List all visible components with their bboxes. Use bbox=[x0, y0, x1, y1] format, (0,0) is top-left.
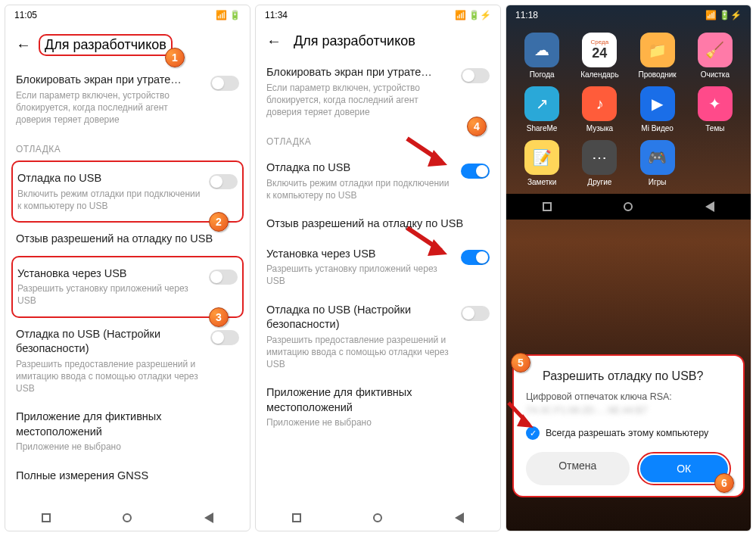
setting-desc: Приложение не выбрано bbox=[266, 416, 490, 428]
callout-badge-4: 4 bbox=[467, 117, 487, 136]
setting-usb-debug[interactable]: Отладка по USB Включить режим отладки пр… bbox=[17, 164, 238, 220]
clock: 11:18 bbox=[515, 10, 538, 20]
status-icons: 📶 🔋⚡ bbox=[705, 10, 742, 20]
settings-list[interactable]: Блокировать экран при утрате… Если парам… bbox=[5, 65, 250, 505]
back-icon[interactable]: ← bbox=[16, 36, 31, 54]
nav-recents-icon[interactable] bbox=[42, 513, 51, 522]
app-Погода[interactable]: ☁Погода bbox=[517, 33, 567, 79]
home-app-grid[interactable]: ☁ПогодаСреда24Календарь📁Проводник🧹Очистк… bbox=[506, 25, 751, 194]
setting-title: Полные измерения GNSS bbox=[16, 469, 239, 484]
ok-highlight: ОК 6 bbox=[637, 452, 732, 485]
status-icons: 📶 🔋⚡ bbox=[455, 10, 491, 20]
always-allow-label: Всегда разрешать этому компьютеру bbox=[546, 428, 708, 438]
setting-desc: Приложение не выбрано bbox=[16, 441, 239, 453]
phone-screen-2: 11:34 📶 🔋⚡ ← Для разработчиков Блокирова… bbox=[255, 5, 501, 531]
nav-home-icon[interactable] bbox=[624, 202, 633, 211]
setting-title: Отладка по USB (Настройки безопасности) bbox=[266, 303, 455, 332]
settings-list[interactable]: Блокировать экран при утрате… Если парам… bbox=[256, 58, 500, 505]
toggle-usb-install[interactable] bbox=[209, 270, 238, 285]
app-Заметки[interactable]: 📝Заметки bbox=[517, 140, 567, 186]
setting-usb-security[interactable]: Отладка по USB (Настройки безопасности) … bbox=[266, 295, 490, 379]
toggle-usb-debug[interactable] bbox=[461, 164, 490, 179]
nav-bar bbox=[5, 505, 250, 531]
app-Очистка[interactable]: 🧹Очистка bbox=[690, 33, 740, 79]
page-title: Для разработчиков bbox=[45, 37, 166, 52]
app-Игры[interactable]: 🎮Игры bbox=[633, 140, 683, 186]
phone-screen-1: 11:05 📶 🔋 ← Для разработчиков 1 Блокиров… bbox=[5, 5, 250, 531]
nav-recents-icon[interactable] bbox=[543, 202, 552, 211]
nav-bar bbox=[506, 194, 751, 220]
nav-back-icon[interactable] bbox=[705, 201, 714, 212]
always-allow-row[interactable]: ✓ Всегда разрешать этому компьютеру bbox=[526, 426, 731, 440]
page-title: Для разработчиков bbox=[294, 33, 415, 49]
toggle-lock[interactable] bbox=[461, 68, 490, 83]
clock: 11:34 bbox=[265, 10, 288, 20]
section-label: ОТЛАДКА bbox=[16, 144, 239, 154]
setting-gnss[interactable]: Полные измерения GNSS bbox=[16, 461, 239, 491]
nav-recents-icon[interactable] bbox=[292, 513, 301, 522]
back-icon[interactable]: ← bbox=[266, 33, 282, 50]
app-ShareMe[interactable]: ↗ShareMe bbox=[517, 86, 567, 132]
toggle-usb-debug[interactable] bbox=[209, 174, 238, 189]
setting-desc: Разрешить установку приложений через USB bbox=[266, 263, 455, 287]
callout-badge-5: 5 bbox=[511, 353, 530, 372]
setting-desc: Включить режим отладки при подключении к… bbox=[266, 177, 455, 201]
arrow-icon bbox=[403, 224, 456, 262]
status-bar: 11:34 📶 🔋⚡ bbox=[256, 5, 500, 25]
arrow-icon bbox=[403, 135, 456, 173]
nav-home-icon[interactable] bbox=[123, 513, 132, 522]
usb-debug-dialog: 5 Разрешить отладку по USB? Цифровой отп… bbox=[512, 354, 745, 497]
toggle-usb-security[interactable] bbox=[461, 306, 490, 321]
setting-desc: Если параметр включен, устройство блокир… bbox=[16, 89, 204, 126]
dialog-title: Разрешить отладку по USB? bbox=[526, 369, 731, 383]
dialog-fingerprint: 7A:3C:F1:08:2D:…:9E:44:B7 bbox=[526, 404, 731, 418]
setting-desc: Разрешить предоставление разрешений и им… bbox=[266, 334, 455, 371]
toggle-lock[interactable] bbox=[210, 76, 239, 91]
setting-title: Установка через USB bbox=[17, 266, 203, 282]
setting-usb-debug[interactable]: Отладка по USB Включить режим отладки пр… bbox=[266, 153, 490, 209]
setting-title: Приложение для фиктивных местоположений bbox=[266, 385, 490, 415]
setting-title: Блокировать экран при утрате… bbox=[16, 73, 204, 88]
setting-mock-location[interactable]: Приложение для фиктивных местоположений … bbox=[16, 402, 239, 460]
clock: 11:05 bbox=[14, 10, 37, 20]
setting-revoke[interactable]: Отзыв разрешений на отладку по USB bbox=[16, 224, 239, 254]
app-Музыка[interactable]: ♪Музыка bbox=[574, 86, 624, 132]
setting-title: Отладка по USB bbox=[17, 171, 203, 186]
setting-usb-install[interactable]: Установка через USB Разрешить установку … bbox=[17, 259, 238, 315]
status-bar: 11:05 📶 🔋 bbox=[5, 5, 250, 25]
setting-mock-location[interactable]: Приложение для фиктивных местоположений … bbox=[266, 378, 490, 436]
arrow-icon bbox=[506, 400, 543, 438]
callout-badge-3: 3 bbox=[209, 307, 229, 327]
callout-badge-1: 1 bbox=[165, 48, 185, 67]
nav-home-icon[interactable] bbox=[373, 513, 382, 522]
app-Календарь[interactable]: Среда24Календарь bbox=[574, 33, 624, 79]
callout-badge-6: 6 bbox=[714, 473, 734, 493]
header: ← Для разработчиков 1 bbox=[5, 25, 250, 65]
header: ← Для разработчиков bbox=[256, 25, 500, 58]
toggle-usb-install[interactable] bbox=[461, 250, 490, 265]
setting-title: Приложение для фиктивных местоположений bbox=[16, 410, 239, 439]
usb-debug-highlight: Отладка по USB Включить режим отладки пр… bbox=[11, 160, 244, 223]
setting-title: Отладка по USB (Настройки безопасности) bbox=[16, 327, 204, 357]
app-Другие[interactable]: ⋯Другие bbox=[574, 140, 624, 186]
setting-desc: Разрешить предоставление разрешений и им… bbox=[16, 358, 204, 395]
status-icons: 📶 🔋 bbox=[216, 10, 241, 20]
setting-lock-screen[interactable]: Блокировать экран при утрате… Если парам… bbox=[16, 65, 239, 133]
toggle-usb-security[interactable] bbox=[210, 330, 239, 345]
app-Mi Видео[interactable]: ▶Mi Видео bbox=[633, 86, 683, 132]
app-Проводник[interactable]: 📁Проводник bbox=[633, 33, 683, 79]
nav-back-icon[interactable] bbox=[204, 513, 213, 523]
status-bar: 11:18 📶 🔋⚡ bbox=[506, 5, 751, 25]
setting-title: Отзыв разрешений на отладку по USB bbox=[16, 232, 239, 247]
app-Темы[interactable]: ✦Темы bbox=[690, 86, 740, 132]
dialog-fingerprint-label: Цифровой отпечаток ключа RSA: bbox=[526, 391, 731, 404]
usb-install-highlight: Установка через USB Разрешить установку … bbox=[11, 256, 244, 318]
nav-bar bbox=[256, 505, 500, 531]
dialog-buttons: Отмена ОК 6 bbox=[526, 452, 731, 485]
setting-usb-install[interactable]: Установка через USB Разрешить установку … bbox=[266, 239, 490, 295]
cancel-button[interactable]: Отмена bbox=[526, 452, 630, 485]
setting-usb-security[interactable]: Отладка по USB (Настройки безопасности) … bbox=[16, 319, 239, 403]
setting-desc: Включить режим отладки при подключении к… bbox=[17, 188, 203, 212]
setting-lock-screen[interactable]: Блокировать экран при утрате… Если парам… bbox=[266, 58, 490, 126]
nav-back-icon[interactable] bbox=[455, 513, 464, 523]
